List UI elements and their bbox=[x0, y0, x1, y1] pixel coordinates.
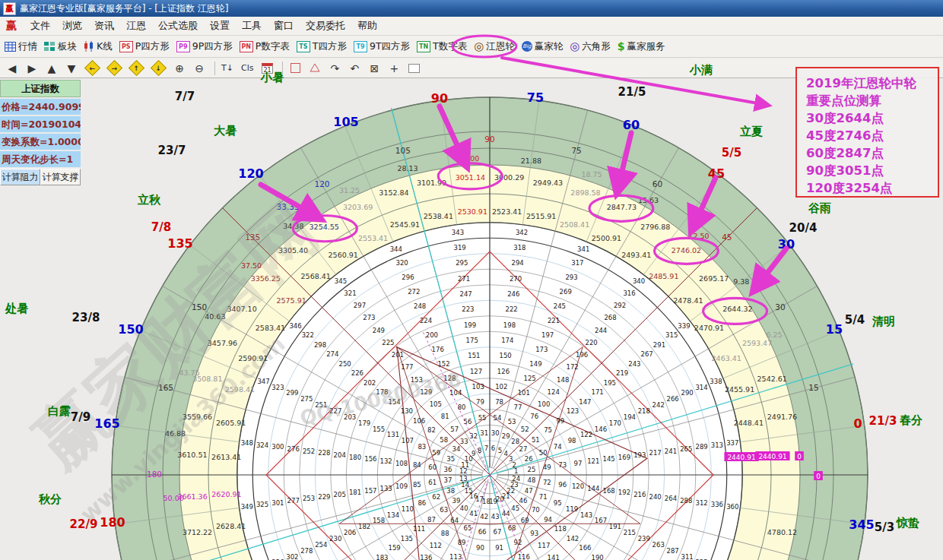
menu-item-4[interactable]: 公式选股 bbox=[152, 18, 204, 33]
toolbar-button-winner-wheel[interactable]: Big赢家轮 bbox=[522, 40, 564, 53]
tool-nav-up[interactable]: ▲ bbox=[46, 62, 58, 75]
toolbar-button-gann-wheel[interactable]: ◎江恩轮 bbox=[474, 40, 515, 53]
degree-ring-labels-90: 90 bbox=[484, 134, 494, 144]
spiral-number: 134 bbox=[387, 511, 399, 519]
menu-item-2[interactable]: 资讯 bbox=[88, 18, 120, 33]
spiral-number: 55 bbox=[478, 414, 487, 422]
annotation-line-3: 45度2746点 bbox=[806, 127, 938, 144]
spiral-number: 74 bbox=[554, 443, 562, 451]
tool-pan-right[interactable]: → bbox=[107, 62, 122, 74]
tool-draw-square[interactable] bbox=[289, 63, 301, 73]
winner-wheel-label: 赢家轮 bbox=[535, 40, 564, 53]
toolbar-button-t-square[interactable]: TST四方形 bbox=[297, 40, 347, 53]
spiral-number: 171 bbox=[591, 388, 603, 396]
spiral-number: 124 bbox=[548, 388, 560, 396]
spiral-number: 183 bbox=[376, 554, 388, 560]
calc-support-button[interactable]: 计算支撑 bbox=[40, 169, 81, 185]
tool-rotate-ccw[interactable]: ↶ bbox=[348, 62, 360, 75]
spiral-number: 110 bbox=[402, 505, 414, 513]
percent-ring-labels-12.50: 12.50 bbox=[688, 232, 709, 240]
tool-nav-right[interactable]: ▶ bbox=[26, 62, 38, 75]
spiral-number: 196 bbox=[576, 351, 588, 359]
info-row-0: 价格=2440.9099 bbox=[0, 99, 81, 115]
instrument-name: 上证指数 bbox=[0, 80, 81, 97]
toolbar-button-9p-square[interactable]: P99P四方形 bbox=[176, 40, 233, 53]
highlight-value-2440.91: 2440.91 bbox=[758, 453, 786, 460]
spiral-number: 205 bbox=[334, 491, 346, 498]
tool-nav-left[interactable]: ◀ bbox=[6, 62, 18, 75]
toolbar-button-kline[interactable]: K线 bbox=[84, 40, 113, 53]
instrument-info-panel: 上证指数 价格=2440.9099时间=20190104变换系数=1.00000… bbox=[0, 80, 81, 185]
tool-crosshair[interactable]: + bbox=[388, 62, 400, 75]
toolbar-button-sectors[interactable]: 板块 bbox=[44, 40, 77, 53]
spiral-number: 271 bbox=[458, 275, 470, 283]
degree-ring-labels-180: 180 bbox=[147, 470, 162, 479]
spiral-number: 83 bbox=[418, 443, 426, 451]
wheel-outer-label-白露: 白露 bbox=[48, 404, 71, 419]
spiral-number: 64 bbox=[450, 517, 459, 524]
wheel-outer-label-120: 120 bbox=[238, 166, 263, 181]
spiral-number: 240 bbox=[649, 493, 662, 501]
menu-item-3[interactable]: 江恩 bbox=[120, 18, 152, 33]
tool-pan-left[interactable]: ← bbox=[85, 62, 100, 74]
price-ring-b-labels-2463.41: 2463.41 bbox=[712, 354, 741, 362]
menu-item-0[interactable]: 文件 bbox=[24, 18, 56, 33]
spiral-number: 342 bbox=[516, 229, 528, 236]
spiral-number: 86 bbox=[418, 499, 426, 507]
spiral-number: 34 bbox=[452, 445, 461, 453]
tool-rotate-cw[interactable]: ↷ bbox=[329, 62, 341, 75]
tool-panel-board[interactable] bbox=[408, 64, 420, 73]
toolbar-button-p-square[interactable]: PSP四方形 bbox=[119, 40, 170, 53]
spiral-number: 336 bbox=[711, 501, 723, 508]
toolbar-button-quotes[interactable]: 行情 bbox=[5, 40, 37, 53]
price-ring-b-labels-2553.41: 2553.41 bbox=[358, 234, 388, 242]
spiral-number: 107 bbox=[402, 437, 414, 445]
pan-down-icon: ↓ bbox=[151, 60, 167, 76]
menu-item-8[interactable]: 交易委托 bbox=[300, 18, 351, 33]
calc-resistance-button[interactable]: 计算阻力 bbox=[0, 169, 40, 185]
spiral-number: 54 bbox=[494, 414, 502, 422]
spiral-number: 84 bbox=[413, 461, 421, 469]
spiral-number: 217 bbox=[649, 449, 662, 457]
spiral-number: 92 bbox=[514, 539, 522, 546]
toolbar-button-t-number-table[interactable]: TNT数字表 bbox=[417, 40, 467, 53]
price-ring-a-labels-3457.96: 3457.96 bbox=[208, 339, 237, 347]
spiral-number: 198 bbox=[503, 321, 516, 329]
spiral-number: 268 bbox=[604, 314, 616, 321]
toolbar-button-9t-square[interactable]: T99T四方形 bbox=[354, 40, 410, 53]
wheel-outer-label-15: 15 bbox=[826, 322, 843, 337]
toolbar-button-winner-service[interactable]: $赢家服务 bbox=[618, 40, 665, 53]
tool-pan-up[interactable]: ↑ bbox=[129, 62, 144, 74]
price-ring-b-labels-2575.91: 2575.91 bbox=[276, 296, 306, 305]
toolbar-button-hexagon[interactable]: ◎六角形 bbox=[570, 40, 611, 53]
board-icon bbox=[408, 64, 420, 73]
spiral-number: 82 bbox=[427, 426, 436, 434]
toolbar-button-p-number-table[interactable]: PNP数字表 bbox=[240, 40, 290, 53]
spiral-number: 44 bbox=[502, 510, 510, 517]
tool-delete-box[interactable]: ⊠ bbox=[368, 62, 380, 75]
percent-ring-labels-34.38: 34.38 bbox=[283, 222, 303, 230]
tool-draw-triangle[interactable] bbox=[309, 62, 321, 75]
tool-zoom-in[interactable]: ⊕ bbox=[173, 62, 186, 75]
tool-t-scale[interactable]: T↓ bbox=[221, 62, 233, 75]
wheel-outer-label-立夏: 立夏 bbox=[740, 125, 763, 139]
menu-item-9[interactable]: 帮助 bbox=[351, 18, 383, 33]
spiral-number: 265 bbox=[680, 445, 692, 453]
spiral-number: 131 bbox=[387, 431, 399, 438]
annotation-line-6: 120度3254点 bbox=[806, 179, 938, 197]
price-ring-a-labels-3356.25: 3356.25 bbox=[251, 274, 281, 283]
spiral-number: 47 bbox=[525, 487, 533, 495]
tool-cls[interactable]: Cls bbox=[241, 62, 253, 75]
tool-nav-down[interactable]: ▼ bbox=[65, 62, 78, 75]
hexagon-icon: ◎ bbox=[570, 41, 579, 52]
tool-pan-down[interactable]: ↓ bbox=[151, 62, 166, 74]
price-ring-a-labels-3051.14: 3051.14 bbox=[456, 173, 485, 182]
menu-item-1[interactable]: 浏览 bbox=[56, 18, 88, 33]
spiral-number: 5 bbox=[498, 447, 502, 454]
menu-item-5[interactable]: 设置 bbox=[204, 18, 236, 33]
spiral-number: 219 bbox=[616, 369, 628, 377]
menu-item-6[interactable]: 工具 bbox=[236, 18, 268, 33]
price-ring-b-labels-2605.91: 2605.91 bbox=[216, 419, 246, 427]
menu-item-7[interactable]: 窗口 bbox=[268, 18, 300, 33]
tool-zoom-out[interactable]: ⊖ bbox=[193, 62, 205, 75]
